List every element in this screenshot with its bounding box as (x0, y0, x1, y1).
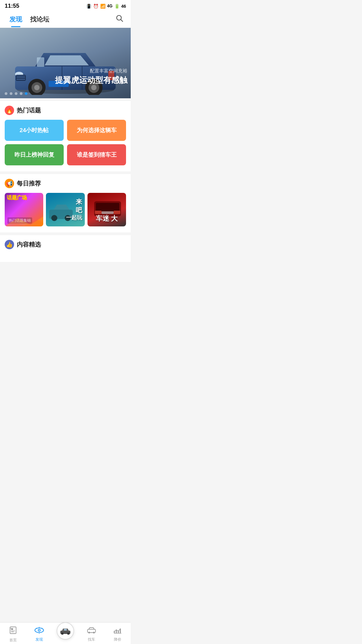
status-time: 11:55 (5, 3, 19, 9)
dot-4 (20, 92, 22, 95)
banner[interactable]: 配置丰富空间充裕 提翼虎运动型有感触 (0, 28, 131, 98)
thumb2-overlay-text: 来 吧 一起玩 (66, 198, 82, 221)
content-icon: 👍 (5, 240, 14, 249)
hot-topic-header: 🔥 热门话题 (5, 106, 126, 115)
tab-forum[interactable]: 找论坛 (26, 13, 53, 27)
thumb2-line1: 来 (66, 198, 82, 206)
hot-btn-24h[interactable]: 24小时热帖 (5, 120, 64, 141)
banner-dots (5, 92, 27, 95)
status-icons: 📳 ⏰ 📶 4G 🔋 46 (86, 4, 126, 9)
dot-1 (5, 92, 7, 95)
battery-level: 46 (121, 4, 126, 9)
tab-discover[interactable]: 发现 (5, 13, 26, 27)
svg-point-23 (51, 215, 57, 221)
svg-rect-17 (16, 79, 25, 80)
content-select-title: 内容精选 (17, 240, 41, 249)
alarm-icon: ⏰ (93, 4, 99, 9)
daily-thumb-3[interactable]: 车迷 大 (87, 193, 126, 226)
thumb2-line3: 一起玩 (66, 214, 82, 221)
hot-topic-title: 热门话题 (17, 106, 41, 114)
wifi-icon: 📶 (100, 4, 106, 9)
thumb2-line2: 吧 (66, 206, 82, 215)
banner-image (0, 28, 131, 98)
daily-recommend-header: 📢 每日推荐 (5, 179, 126, 188)
svg-rect-4 (37, 57, 44, 67)
hot-icon: 🔥 (5, 106, 14, 115)
daily-recommend-title: 每日推荐 (17, 179, 41, 187)
daily-thumbnails: 话题广场 热门话题集锦 来 吧 一起玩 (5, 193, 126, 226)
search-button[interactable] (113, 13, 125, 28)
svg-rect-16 (16, 77, 25, 78)
banner-main-text: 提翼虎运动型有感触 (55, 75, 127, 86)
svg-rect-28 (114, 211, 120, 214)
thumb1-deco-svg (5, 216, 43, 226)
svg-rect-29 (102, 211, 114, 214)
dot-3 (15, 92, 17, 95)
hot-topic-section: 🔥 热门话题 24小时热帖 为何选择这辆车 昨日上榜神回复 谁是签到猜车王 (0, 101, 131, 171)
svg-rect-15 (16, 76, 25, 76)
signal-icon: 4G (107, 4, 113, 8)
content-select-section: 👍 内容精选 (0, 235, 131, 262)
dot-5-active (25, 92, 27, 95)
daily-recommend-section: 📢 每日推荐 话题广场 热门话题集锦 (0, 174, 131, 232)
hot-btn-signin[interactable]: 谁是签到猜车王 (67, 144, 126, 165)
hot-btn-why[interactable]: 为何选择这辆车 (67, 120, 126, 141)
status-bar: 11:55 📳 ⏰ 📶 4G 🔋 46 (0, 0, 131, 11)
svg-rect-26 (96, 203, 119, 211)
banner-sub-text: 配置丰富空间充裕 (55, 68, 127, 74)
svg-point-9 (34, 85, 40, 90)
daily-thumb-2[interactable]: 来 吧 一起玩 (46, 193, 84, 226)
svg-rect-27 (95, 211, 102, 214)
daily-icon: 📢 (5, 179, 14, 188)
hot-btn-yesterday[interactable]: 昨日上榜神回复 (5, 144, 64, 165)
battery-icon: 🔋 (114, 4, 120, 9)
content-select-header: 👍 内容精选 (5, 240, 126, 249)
thumb3-text: 车迷 大 (87, 214, 126, 223)
svg-point-12 (91, 85, 97, 90)
banner-caption: 配置丰富空间充裕 提翼虎运动型有感触 (55, 68, 127, 86)
hot-topic-grid: 24小时热帖 为何选择这辆车 昨日上榜神回复 谁是签到猜车王 (5, 120, 126, 165)
svg-line-1 (121, 20, 123, 22)
daily-thumb-1[interactable]: 话题广场 热门话题集锦 (5, 193, 43, 226)
nav-tabs: 发现 找论坛 (0, 11, 131, 28)
vibrate-icon: 📳 (86, 4, 92, 9)
dot-2 (10, 92, 12, 95)
